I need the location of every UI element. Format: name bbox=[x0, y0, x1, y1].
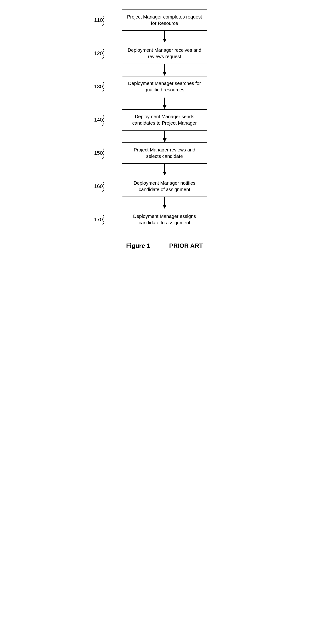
step-row: 150 Project Manager reviews and selects … bbox=[87, 142, 242, 164]
svg-marker-9 bbox=[163, 172, 167, 176]
step-row: 110 Project Manager completes request fo… bbox=[87, 10, 242, 31]
flow-box: Deployment Manager searches for qualifie… bbox=[122, 76, 207, 97]
squiggle-icon bbox=[100, 49, 107, 58]
squiggle-icon bbox=[100, 115, 107, 124]
flow-box: Project Manager completes request for Re… bbox=[122, 10, 207, 31]
page-container: 110 Project Manager completes request fo… bbox=[82, 0, 247, 322]
arrow-down-icon bbox=[161, 164, 168, 176]
flow-box: Deployment Manager assigns candidate to … bbox=[122, 209, 207, 230]
squiggle-icon bbox=[100, 148, 107, 158]
step-row: 130 Deployment Manager searches for qual… bbox=[87, 76, 242, 97]
step-row: 160 Deployment Manager notifies candidat… bbox=[87, 176, 242, 197]
svg-marker-7 bbox=[163, 138, 167, 142]
arrow-down-icon bbox=[161, 130, 168, 142]
flow-box: Project Manager reviews and selects cand… bbox=[122, 142, 207, 164]
svg-marker-1 bbox=[163, 39, 167, 42]
flow-box: Deployment Manager notifies candidate of… bbox=[122, 176, 207, 197]
arrow-down-icon bbox=[161, 64, 168, 76]
step-row: 120 Deployment Manager receives and revi… bbox=[87, 43, 242, 64]
squiggle-icon bbox=[100, 182, 107, 191]
squiggle-icon bbox=[100, 215, 107, 224]
flow-box: Deployment Manager sends candidates to P… bbox=[122, 109, 207, 130]
flow-box: Deployment Manager receives and reviews … bbox=[122, 43, 207, 64]
figure-label: Figure 1 bbox=[126, 242, 150, 250]
squiggle-icon bbox=[100, 16, 107, 25]
svg-marker-5 bbox=[163, 105, 167, 109]
svg-marker-11 bbox=[163, 205, 167, 209]
figure-footer: Figure 1 PRIOR ART bbox=[87, 242, 242, 250]
step-row: 170 Deployment Manager assigns candidate… bbox=[87, 209, 242, 230]
squiggle-icon bbox=[100, 82, 107, 92]
flowchart: 110 Project Manager completes request fo… bbox=[87, 10, 242, 230]
arrow-down-icon bbox=[161, 97, 168, 109]
arrow-down-icon bbox=[161, 197, 168, 209]
step-row: 140 Deployment Manager sends candidates … bbox=[87, 109, 242, 130]
arrow-down-icon bbox=[161, 31, 168, 43]
prior-art-label: PRIOR ART bbox=[169, 242, 203, 250]
svg-marker-3 bbox=[163, 72, 167, 76]
